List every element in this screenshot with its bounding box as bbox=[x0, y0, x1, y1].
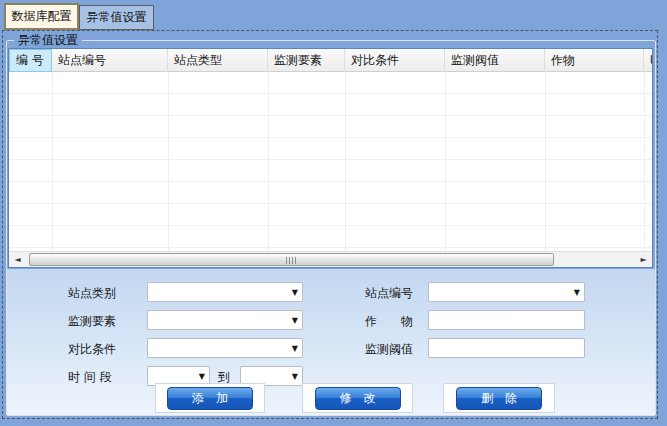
chevron-down-icon: ▼ bbox=[292, 315, 298, 326]
column-header-5[interactable]: 监测阀值 bbox=[445, 49, 545, 72]
grid-column-gridline bbox=[52, 72, 53, 253]
compare-condition-combobox[interactable]: ▼ bbox=[147, 338, 303, 358]
grid-empty-row bbox=[9, 204, 652, 226]
grid-empty-row bbox=[9, 72, 652, 94]
abnormal-value-settings-page: 数据库配置 异常值设置 异常值设置 编 号站点编号站点类型监测要素对比条件监测阀… bbox=[0, 0, 667, 426]
scroll-left-button[interactable]: ◄ bbox=[9, 252, 26, 267]
add-button-frame: 添 加 bbox=[155, 383, 265, 413]
scroll-right-button[interactable]: ► bbox=[635, 252, 652, 267]
grid-column-gridline bbox=[545, 72, 546, 253]
chevron-down-icon: ▼ bbox=[292, 287, 298, 298]
chevron-down-icon: ▼ bbox=[574, 287, 580, 298]
column-header-4[interactable]: 对比条件 bbox=[345, 49, 445, 72]
grid-header-row: 编 号站点编号站点类型监测要素对比条件监测阀值作物时 bbox=[9, 49, 652, 72]
grid-column-gridline bbox=[445, 72, 446, 253]
column-header-2[interactable]: 站点类型 bbox=[168, 49, 268, 72]
column-header-6[interactable]: 作物 bbox=[545, 49, 644, 72]
grid-column-gridline bbox=[644, 72, 645, 253]
delete-button[interactable]: 删 除 bbox=[456, 387, 542, 410]
grid-empty-row bbox=[9, 182, 652, 204]
chevron-down-icon: ▼ bbox=[292, 371, 298, 382]
tab-abnormal-value-settings[interactable]: 异常值设置 bbox=[79, 5, 154, 30]
column-header-0[interactable]: 编 号 bbox=[9, 49, 52, 72]
groupbox-title: 异常值设置 bbox=[14, 33, 82, 47]
monitor-element-label: 监测要素 bbox=[68, 313, 116, 330]
station-id-combobox[interactable]: ▼ bbox=[428, 282, 585, 302]
add-button[interactable]: 添 加 bbox=[167, 387, 253, 410]
scrollbar-thumb[interactable] bbox=[29, 253, 554, 266]
grid-empty-row bbox=[9, 226, 652, 248]
modify-button-frame: 修 改 bbox=[302, 383, 413, 413]
delete-button-frame: 删 除 bbox=[443, 383, 555, 413]
crop-input[interactable] bbox=[428, 310, 585, 330]
abnormal-values-grid[interactable]: 编 号站点编号站点类型监测要素对比条件监测阀值作物时 ◄ ► bbox=[8, 48, 653, 268]
grid-column-gridline bbox=[268, 72, 269, 253]
column-header-1[interactable]: 站点编号 bbox=[52, 49, 168, 72]
modify-button[interactable]: 修 改 bbox=[315, 387, 401, 410]
compare-condition-label: 对比条件 bbox=[68, 341, 116, 358]
tab-database-config[interactable]: 数据库配置 bbox=[4, 3, 79, 30]
grid-empty-row bbox=[9, 116, 652, 138]
station-type-combobox[interactable]: ▼ bbox=[147, 282, 303, 302]
station-id-label: 站点编号 bbox=[365, 285, 413, 302]
grid-body[interactable] bbox=[9, 72, 652, 253]
column-header-7[interactable]: 时 bbox=[644, 49, 653, 72]
grid-column-gridline bbox=[168, 72, 169, 253]
chevron-down-icon: ▼ bbox=[199, 371, 205, 382]
threshold-input[interactable] bbox=[428, 338, 585, 358]
horizontal-scrollbar[interactable]: ◄ ► bbox=[9, 251, 652, 267]
grid-empty-row bbox=[9, 138, 652, 160]
period-label: 时 间 段 bbox=[68, 369, 112, 386]
threshold-label: 监测阈值 bbox=[365, 341, 413, 358]
chevron-down-icon: ▼ bbox=[292, 343, 298, 354]
crop-label: 作 物 bbox=[365, 313, 413, 330]
station-type-label: 站点类别 bbox=[68, 285, 116, 302]
grid-empty-row bbox=[9, 94, 652, 116]
monitor-element-combobox[interactable]: ▼ bbox=[147, 310, 303, 330]
scroll-left-icon: ◄ bbox=[14, 255, 20, 264]
grid-empty-row bbox=[9, 160, 652, 182]
scroll-right-icon: ► bbox=[640, 255, 646, 264]
column-header-3[interactable]: 监测要素 bbox=[268, 49, 345, 72]
grid-column-gridline bbox=[345, 72, 346, 253]
scrollbar-grip-icon bbox=[286, 257, 298, 264]
